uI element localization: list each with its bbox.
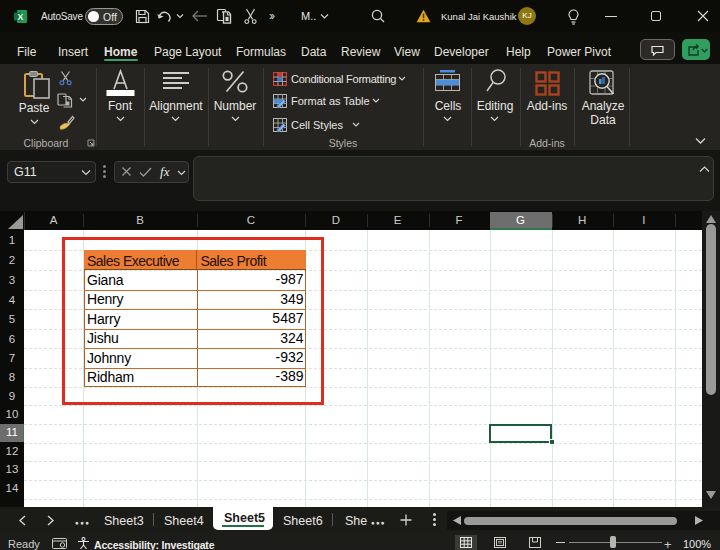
svg-text:X: X <box>18 12 24 22</box>
